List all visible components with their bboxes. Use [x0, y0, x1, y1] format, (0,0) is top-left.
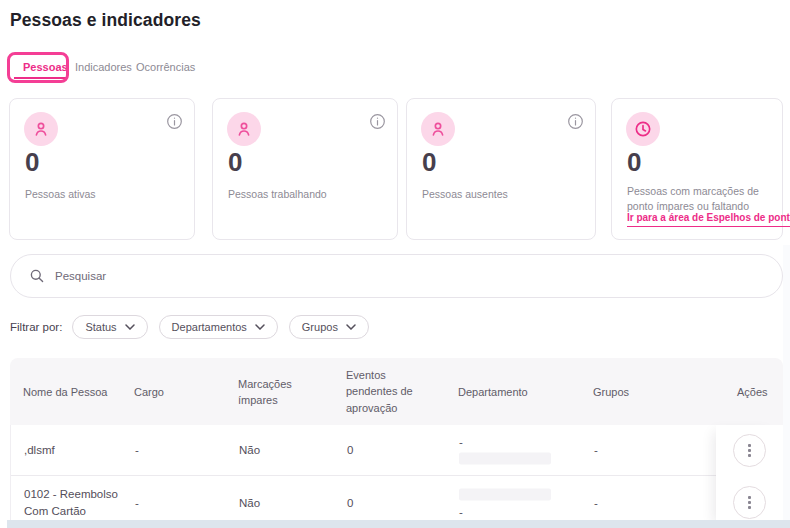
cell-grupos: -	[594, 444, 598, 456]
card-value: 0	[422, 147, 436, 178]
row-actions-menu-button[interactable]	[733, 486, 766, 519]
person-icon	[227, 112, 261, 146]
redacted-department	[459, 489, 551, 501]
tab-indicadores[interactable]: Indicadores	[75, 61, 132, 73]
horizontal-scrollbar-track[interactable]	[7, 520, 790, 528]
card-label: Pessoas trabalhando	[228, 187, 385, 202]
card-label: Pessoas ausentes	[422, 187, 583, 202]
card-value: 0	[627, 147, 641, 178]
cell-eventos: 0	[347, 497, 353, 509]
search-bar	[10, 254, 783, 298]
chevron-down-icon	[255, 324, 265, 330]
grupos-dropdown[interactable]: Grupos	[289, 315, 369, 339]
departamentos-dropdown[interactable]: Departamentos	[159, 315, 278, 339]
info-icon[interactable]	[369, 113, 386, 130]
page-title: Pessoas e indicadores	[10, 10, 201, 31]
status-dropdown[interactable]: Status	[72, 315, 147, 339]
info-icon[interactable]	[166, 113, 183, 130]
cell-cargo: -	[135, 444, 139, 456]
search-icon	[29, 268, 45, 284]
search-input[interactable]	[55, 270, 655, 282]
chevron-down-icon	[346, 324, 356, 330]
content-right-gutter	[783, 245, 790, 520]
tab-ocorrencias[interactable]: Ocorrências	[136, 61, 195, 73]
info-icon[interactable]	[567, 113, 584, 130]
card-label: Pessoas ativas	[25, 187, 182, 202]
col-acoes: Ações	[737, 383, 768, 400]
person-icon	[24, 112, 58, 146]
table-body: ,dlsmf - Não 0 - - 0102 - Reembolso Com …	[10, 425, 783, 528]
col-grupos: Grupos	[593, 383, 629, 400]
cell-nome: ,dlsmf	[24, 442, 124, 459]
cell-departamento: -	[459, 489, 551, 518]
card-label: Pessoas com marcações de ponto ímpares o…	[627, 184, 770, 213]
row-actions-menu-button[interactable]	[733, 434, 766, 467]
cell-departamento: -	[459, 436, 551, 465]
chevron-down-icon	[125, 324, 135, 330]
person-icon	[421, 112, 455, 146]
cell-marcacoes: Não	[239, 497, 260, 509]
cell-eventos: 0	[347, 444, 353, 456]
col-marcacoes-impares: Marcações ímpares	[238, 375, 308, 408]
actions-sticky-column	[716, 425, 783, 528]
clock-icon	[626, 112, 660, 146]
people-table: Nome da Pessoa Cargo Marcações ímpares E…	[10, 358, 783, 520]
card-value: 0	[25, 147, 39, 178]
col-departamento: Departamento	[458, 383, 528, 400]
table-row: ,dlsmf - Não 0 - -	[11, 425, 782, 476]
card-marcacoes-impares: 0 Pessoas com marcações de ponto ímpares…	[611, 98, 783, 240]
col-cargo: Cargo	[134, 383, 164, 400]
tab-bar: Pessoas Indicadores Ocorrências	[0, 55, 790, 85]
cell-grupos: -	[594, 497, 598, 509]
card-pessoas-ativas: 0 Pessoas ativas	[9, 98, 195, 240]
table-header: Nome da Pessoa Cargo Marcações ímpares E…	[10, 358, 783, 425]
espelhos-de-ponto-link[interactable]: Ir para a área de Espelhos de ponto	[627, 212, 790, 227]
col-eventos-pendentes: Eventos pendentes de aprovação	[346, 367, 434, 417]
filter-label: Filtrar por:	[10, 321, 62, 333]
col-nome-da-pessoa: Nome da Pessoa	[23, 383, 107, 400]
cell-nome: 0102 - Reembolso Com Cartão	[24, 486, 124, 519]
card-pessoas-ausentes: 0 Pessoas ausentes	[406, 98, 596, 240]
cell-marcacoes: Não	[239, 444, 260, 456]
redacted-department	[459, 453, 551, 465]
cell-cargo: -	[135, 497, 139, 509]
card-value: 0	[228, 147, 242, 178]
click-highlight-box	[7, 52, 69, 83]
card-pessoas-trabalhando: 0 Pessoas trabalhando	[212, 98, 398, 240]
people-indicators-page: Pessoas e indicadores Pessoas Indicadore…	[0, 0, 790, 528]
filter-row: Filtrar por: Status Departamentos Grupos	[10, 314, 380, 340]
